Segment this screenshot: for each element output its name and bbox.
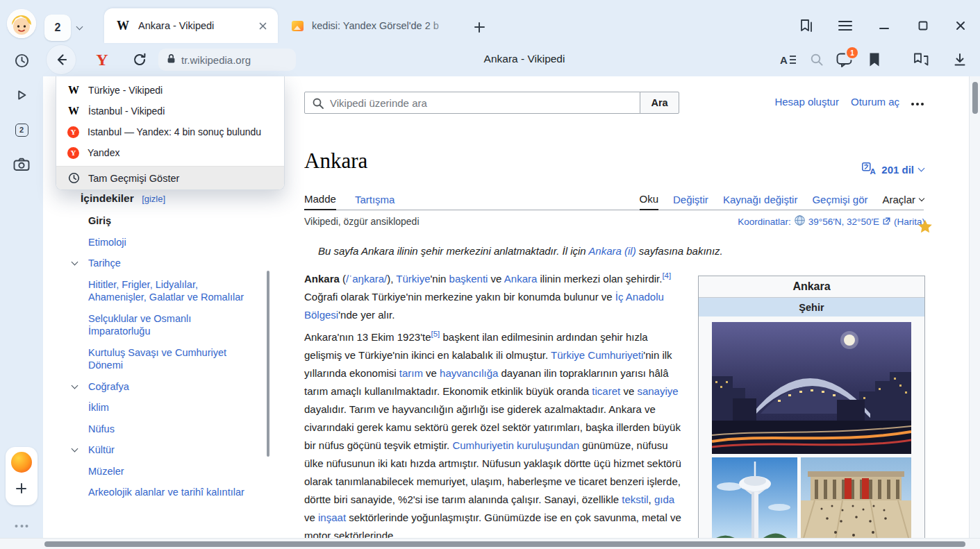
history-item[interactable]: Y Istanbul — Yandex: 4 bin sonuç bulundu [56, 121, 284, 142]
more-options-icon[interactable] [911, 98, 924, 105]
toc-item-label: Tarihçe [88, 257, 121, 269]
screenshot-icon[interactable] [13, 155, 31, 174]
tab-counter-button[interactable]: 2 [44, 15, 82, 41]
tabs-panel-icon[interactable]: 2 [13, 121, 31, 139]
toc-item-cografya[interactable]: Coğrafya [69, 380, 254, 394]
toc-hide-toggle[interactable]: [gizle] [142, 194, 165, 204]
login-link[interactable]: Oturum aç [851, 96, 899, 108]
text-run: , [649, 493, 654, 505]
tab-madde[interactable]: Madde [304, 189, 336, 210]
toc-item-kurtulus[interactable]: Kurtuluş Savaşı ve Cumhuriyet Dönemi [69, 346, 254, 372]
play-icon[interactable] [13, 86, 31, 104]
text-run: 'nde yer alır. [338, 309, 395, 321]
toc-item-nufus[interactable]: Nüfus [69, 423, 254, 436]
search-button[interactable]: Ara [640, 92, 679, 114]
search-input[interactable] [330, 97, 622, 109]
chevron-down-icon[interactable] [72, 259, 78, 266]
text-run: ve [488, 273, 504, 285]
wiki-link[interactable]: başkenti [449, 273, 488, 285]
history-item[interactable]: Y Yandex [56, 142, 284, 163]
show-full-history-button[interactable]: Tam Geçmişi Göster [56, 166, 284, 189]
bookmark-icon[interactable] [866, 51, 883, 68]
toc-item-label: Coğrafya [88, 381, 129, 392]
coordinates-value[interactable]: 39°56′N, 32°50′E [808, 217, 879, 227]
toc-item-iklim[interactable]: İklim [69, 401, 254, 414]
sidebar-more-icon[interactable] [15, 525, 28, 527]
back-button[interactable] [46, 44, 76, 75]
lock-icon[interactable] [167, 53, 176, 67]
horizontal-scrollbar[interactable] [0, 538, 980, 549]
new-tab-button[interactable] [470, 17, 489, 37]
tab-gecmisi-gor[interactable]: Geçmişi gör [812, 189, 867, 210]
toc-item-selcuklular[interactable]: Selçuklular ve Osmanlı İmparatorluğu [69, 312, 254, 338]
globe-icon[interactable] [795, 215, 805, 228]
reference-link[interactable]: [5] [431, 330, 440, 338]
sidebar-tab-count: 2 [19, 126, 24, 134]
menu-icon[interactable] [838, 18, 853, 33]
tab-kaynagi-degistir[interactable]: Kaynağı değiştir [723, 189, 798, 210]
wiki-link[interactable]: Ankara [504, 273, 538, 285]
tab-degistir[interactable]: Değiştir [673, 189, 708, 210]
close-window-icon[interactable] [953, 18, 968, 33]
toc-item-giris[interactable]: Giriş [69, 214, 254, 228]
infobox-image-atakule-tower[interactable] [712, 457, 797, 538]
tab-tartisma[interactable]: Tartışma [355, 189, 395, 210]
coordinates-label[interactable]: Koordinatlar: [738, 217, 791, 227]
yandex-button[interactable]: Y [90, 48, 114, 71]
yandex-services-icon[interactable] [11, 452, 32, 473]
close-tab-icon[interactable] [256, 19, 269, 33]
language-selector[interactable]: A 201 dil [862, 162, 924, 177]
wiki-link[interactable]: tekstil [622, 493, 648, 505]
downloads-icon[interactable] [952, 51, 968, 68]
tools-dropdown[interactable]: Araçlar [882, 189, 924, 210]
reader-mode-icon[interactable]: A [780, 51, 797, 68]
profile-avatar[interactable] [7, 9, 36, 38]
maximize-icon[interactable] [915, 18, 931, 33]
wiki-link[interactable]: Türkiye [396, 273, 430, 285]
toc-item-arkeolojik[interactable]: Arkeolojik alanlar ve tarihî kalıntılar [69, 486, 254, 499]
toc-item-tarihce[interactable]: Tarihçe [69, 257, 254, 270]
minimize-icon[interactable] [877, 18, 892, 33]
browser-sidebar: 2 [0, 43, 43, 538]
wiki-link[interactable]: gıda [654, 493, 674, 505]
vertical-scrollbar-thumb[interactable] [972, 82, 978, 114]
history-item[interactable]: W Türkiye - Vikipedi [56, 80, 284, 101]
wiki-link[interactable]: /ˈaŋkara/ [346, 273, 387, 285]
toc-scrollbar-thumb[interactable] [267, 271, 269, 457]
wiki-link[interactable]: sanayiye [637, 385, 678, 397]
tab-oku[interactable]: Oku [640, 189, 659, 210]
hatnote: Bu sayfa Ankara ilinin şehir merkezini a… [318, 245, 723, 257]
reference-link[interactable]: [4] [662, 271, 671, 280]
tab-kedisi[interactable]: kedisi: Yandex Görsel'de 2 b [281, 8, 465, 43]
horizontal-scrollbar-thumb[interactable] [44, 541, 965, 547]
infobox-image-row [712, 457, 911, 538]
wiki-link[interactable]: hayvancılığa [440, 367, 498, 379]
wiki-link[interactable]: Ankara (il) [588, 245, 636, 257]
vertical-scrollbar[interactable] [969, 76, 980, 538]
wiki-link[interactable]: Cumhuriyetin kuruluşundan [452, 439, 579, 451]
wiki-search-box[interactable] [304, 92, 640, 114]
chevron-down-icon[interactable] [72, 382, 78, 389]
collections-flags-icon[interactable] [913, 51, 929, 68]
create-account-link[interactable]: Hesap oluştur [774, 96, 839, 108]
add-panel-button[interactable] [16, 483, 26, 496]
toc-item-kultur[interactable]: Kültür [69, 444, 254, 457]
wiki-link[interactable]: tarım [399, 367, 423, 379]
collections-icon[interactable] [799, 18, 814, 33]
toc-item-hititler[interactable]: Hititler, Frigler, Lidyalılar, Ahamenişl… [69, 278, 254, 304]
toc-item-muzeler[interactable]: Müzeler [69, 465, 254, 478]
history-item[interactable]: W İstanbul - Vikipedi [56, 101, 284, 121]
address-bar[interactable]: tr.wikipedia.org [158, 49, 296, 71]
text-run: Coğrafi olarak Türkiye'nin merkezine yak… [304, 291, 615, 303]
reload-button[interactable] [128, 48, 151, 71]
infobox-image-night-skyline[interactable] [712, 322, 911, 454]
toc-item-etimoloji[interactable]: Etimoloji [69, 236, 254, 249]
wiki-link[interactable]: Türkiye Cumhuriyeti [551, 349, 643, 361]
tab-ankara[interactable]: W Ankara - Vikipedi [104, 8, 278, 43]
chevron-down-icon[interactable] [72, 446, 78, 453]
comments-icon[interactable]: 1 [836, 51, 852, 68]
infobox-image-anitkabir[interactable] [801, 457, 911, 538]
wiki-link[interactable]: ticaret [592, 385, 620, 397]
find-on-page-icon[interactable] [808, 51, 825, 68]
wiki-link[interactable]: inşaat [318, 512, 346, 523]
